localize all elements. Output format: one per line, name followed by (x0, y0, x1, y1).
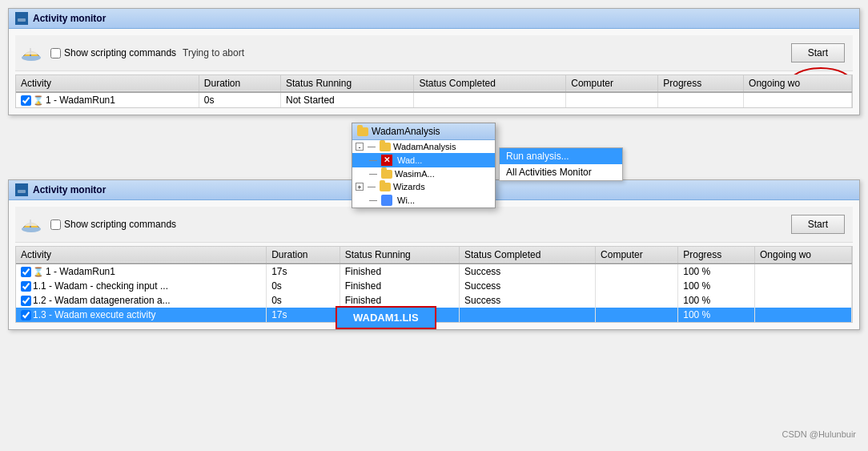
row-checkbox[interactable] (21, 95, 31, 106)
context-menu: Run analysis... All Activities Monitor (499, 147, 623, 181)
cell-ongoing (744, 92, 852, 107)
popup-folder-icon (357, 127, 368, 136)
table-row[interactable]: ⌛1 - WadamRun117sFinishedSuccess100 % (16, 264, 852, 279)
cell-progress: 100 % (678, 308, 755, 322)
wadam-tooltip: WADAM1.LIS (336, 306, 436, 329)
title-bar-top: Activity monitor (9, 9, 859, 29)
tree-label-3: WasimA... (395, 169, 435, 179)
col-status-completed-bottom: Status Completed (459, 247, 595, 264)
col-computer-bottom: Computer (596, 247, 678, 264)
col-status-completed-top: Status Completed (414, 75, 566, 92)
cell-status-running: Not Started (281, 92, 414, 107)
tree-node-highlighted[interactable]: ✕ Wad... (352, 153, 495, 167)
col-status-running-bottom: Status Running (340, 247, 459, 264)
hourglass-icon: ⌛ (33, 95, 44, 106)
cell-status-completed (414, 92, 566, 107)
row-checkbox[interactable] (21, 267, 31, 277)
toolbar-top: Show scripting commands Trying to abort … (15, 35, 853, 71)
cell-ongoing (755, 279, 852, 293)
tree-node-4[interactable]: + Wizards (352, 180, 495, 193)
color-icon-5 (381, 195, 392, 206)
row-checkbox[interactable] (21, 281, 31, 292)
row-checkbox-container: 1.1 - Wadam - checking input ... (21, 280, 261, 292)
cell-progress: 100 % (678, 279, 755, 293)
col-progress-bottom: Progress (678, 247, 755, 264)
row-checkbox[interactable] (21, 296, 31, 306)
folder-icon-1 (380, 143, 391, 151)
start-button-top[interactable]: Start (791, 43, 845, 62)
activity-name: 1.1 - Wadam - checking input ... (33, 280, 168, 292)
cell-status-completed (459, 308, 595, 322)
svg-rect-1 (18, 18, 26, 22)
start-button-bottom[interactable]: Start (791, 215, 845, 234)
table-row[interactable]: 1.1 - Wadam - checking input ...0sFinish… (16, 279, 852, 293)
tree-label-2: Wad... (397, 155, 422, 165)
tree-node-1[interactable]: - WadamAnalysis (352, 140, 495, 153)
expand-icon-1: - (356, 143, 364, 151)
expand-icon-4: + (356, 183, 364, 191)
tree-node-3[interactable]: WasimA... (352, 167, 495, 180)
table-header-row-top: Activity Duration Status Running Status … (16, 75, 852, 92)
ship-icon-container (18, 40, 44, 66)
tree-node-5[interactable]: Wi... (352, 193, 495, 207)
cell-duration: 17s (267, 308, 340, 322)
show-scripting-checkbox-bottom[interactable] (50, 219, 61, 230)
connector-4 (368, 187, 376, 187)
cell-duration: 0s (199, 92, 280, 107)
cell-status-completed: Success (459, 279, 595, 293)
cell-computer (596, 264, 678, 279)
cell-progress: 100 % (678, 264, 755, 279)
row-checkbox-container: 1.3 - Wadam execute activity (21, 309, 261, 320)
show-scripting-label-bottom[interactable]: Show scripting commands (50, 219, 176, 230)
col-status-running-top: Status Running (281, 75, 414, 92)
tree-label-5: Wi... (397, 195, 415, 205)
cell-activity: 1.2 - Wadam datageneration a... (16, 293, 267, 308)
table-area-top: WadamAnalysis - WadamAnalysis ✕ Wad... (15, 74, 853, 108)
cell-progress (658, 92, 744, 107)
window-content-top: Show scripting commands Trying to abort … (9, 29, 859, 115)
row-checkbox[interactable] (21, 310, 31, 320)
cell-status-running: Finished (340, 264, 459, 279)
menu-item-run[interactable]: Run analysis... (500, 148, 622, 164)
col-ongoing-top: Ongoing wo (744, 75, 852, 92)
ship-icon-container-bottom (18, 211, 44, 237)
show-scripting-label[interactable]: Show scripting commands (50, 47, 176, 58)
show-scripting-checkbox[interactable] (50, 48, 61, 58)
cell-computer (566, 92, 658, 107)
popup-title: WadamAnalysis (372, 126, 440, 137)
activity-name: 1 - WadamRun1 (46, 266, 115, 277)
folder-icon-4 (380, 183, 391, 191)
row-checkbox-container: ⌛ 1 - WadamRun1 (21, 95, 194, 106)
cell-ongoing (755, 293, 852, 308)
tree-label-1: WadamAnalysis (393, 142, 456, 151)
cell-activity: 1.3 - Wadam execute activity (16, 308, 267, 322)
row-checkbox-container: ⌛1 - WadamRun1 (21, 266, 261, 277)
abort-text: Trying to abort (183, 47, 244, 58)
cell-status-running: Finished (340, 279, 459, 293)
cell-computer (596, 279, 678, 293)
table-row[interactable]: ⌛ 1 - WadamRun1 0s Not Started (16, 92, 852, 107)
folder-icon-3 (381, 170, 392, 179)
title-text-top: Activity monitor (33, 13, 106, 24)
window-top: Activity monitor Show scripting commands (8, 8, 860, 115)
app-icon-top (15, 12, 28, 25)
x-icon-node: ✕ (381, 155, 392, 166)
menu-item-all[interactable]: All Activities Monitor (500, 164, 622, 180)
connector-5 (369, 200, 377, 201)
app-icon-bottom (15, 183, 28, 196)
cell-ongoing (755, 308, 852, 322)
toolbar-bottom: Show scripting commands Start (15, 207, 853, 243)
cell-computer (596, 308, 678, 322)
activity-name: 1.3 - Wadam execute activity (33, 309, 156, 320)
table-area-bottom: Activity Duration Status Running Status … (15, 246, 853, 323)
cell-ongoing (755, 264, 852, 279)
window-content-bottom: Show scripting commands Start Activity D… (9, 200, 859, 329)
activity-name: 1.2 - Wadam datageneration a... (33, 295, 171, 306)
cell-duration: 0s (267, 293, 340, 308)
title-text-bottom: Activity monitor (33, 184, 106, 195)
cell-activity: ⌛1 - WadamRun1 (16, 264, 267, 279)
col-activity-bottom: Activity (16, 247, 267, 264)
tree-label-4: Wizards (393, 182, 425, 191)
col-ongoing-bottom: Ongoing wo (755, 247, 852, 264)
cell-duration: 0s (267, 279, 340, 293)
